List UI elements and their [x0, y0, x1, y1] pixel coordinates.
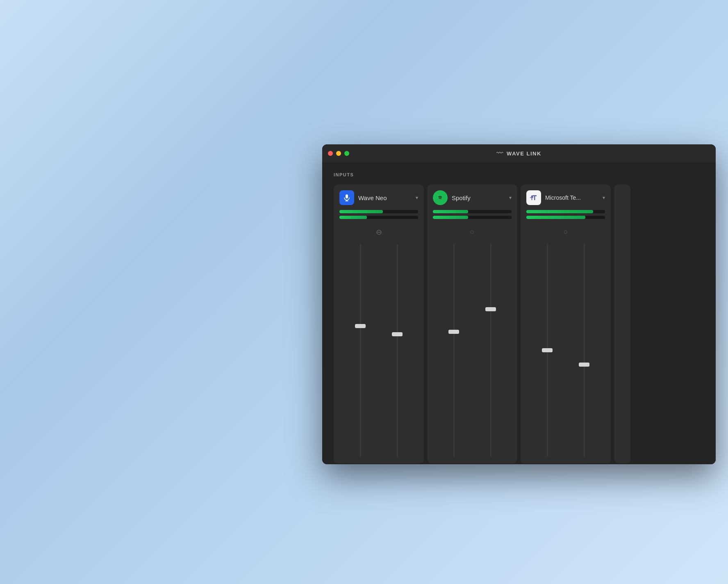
spotify-logo [436, 193, 445, 202]
close-button[interactable] [328, 151, 333, 156]
teams-fader-handle-1[interactable] [542, 348, 553, 352]
fader-handle-2[interactable] [392, 332, 403, 336]
spotify-name: Spotify [452, 194, 505, 201]
channel-card-wave-neo: Wave Neo ▾ ⊖ [334, 185, 424, 463]
spotify-faders [427, 240, 517, 463]
channels-container: Wave Neo ▾ ⊖ [334, 185, 704, 463]
teams-fader-handle-2[interactable] [579, 363, 589, 367]
level-fill-1 [339, 210, 383, 213]
svg-rect-0 [346, 194, 348, 198]
app-title: 〰 WAVE LINK [496, 150, 541, 157]
teams-name: Microsoft Te... [545, 194, 598, 201]
app-title-text: WAVE LINK [507, 151, 541, 157]
svg-point-5 [531, 196, 533, 198]
wave-neo-name: Wave Neo [358, 194, 412, 201]
channel-card-spotify: Spotify ▾ ○ [427, 185, 517, 463]
teams-icon [526, 190, 541, 205]
spotify-level-meter-1 [433, 210, 512, 213]
wave-neo-icon [339, 190, 354, 205]
app-content: INPUTS Wave Neo [322, 162, 716, 464]
spotify-fader-track-2[interactable] [490, 244, 491, 457]
fader-track-2[interactable] [397, 244, 398, 457]
spotify-link[interactable]: ○ [427, 224, 517, 240]
teams-fader-track-2[interactable] [584, 244, 585, 457]
spotify-level-fill-1 [433, 210, 468, 213]
partial-channel-card [614, 185, 630, 463]
spotify-level-meter-2 [433, 216, 512, 219]
spotify-chevron[interactable]: ▾ [509, 195, 512, 201]
teams-level-fill-1 [526, 210, 593, 213]
teams-meters [521, 210, 611, 224]
channel-header-teams: Microsoft Te... ▾ [521, 185, 611, 210]
traffic-lights [328, 151, 349, 156]
teams-level-meter-1 [526, 210, 605, 213]
wave-neo-meters [334, 210, 424, 224]
title-bar: 〰 WAVE LINK [322, 144, 716, 162]
wave-neo-link[interactable]: ⊖ [334, 224, 424, 240]
spotify-level-fill-2 [433, 216, 468, 219]
wave-icon: 〰 [496, 150, 503, 157]
inputs-section-label: INPUTS [334, 172, 704, 177]
minimize-button[interactable] [336, 151, 341, 156]
level-meter-2 [339, 216, 418, 219]
channel-header-wave-neo: Wave Neo ▾ [334, 185, 424, 210]
teams-link[interactable]: ○ [521, 224, 611, 240]
teams-faders [521, 240, 611, 463]
channel-name-row: Wave Neo ▾ [339, 190, 418, 205]
app-window: 〰 WAVE LINK INPUTS [322, 144, 716, 464]
teams-chevron[interactable]: ▾ [603, 195, 605, 201]
channel-header-spotify: Spotify ▾ [427, 185, 517, 210]
maximize-button[interactable] [344, 151, 349, 156]
channel-name-row-teams: Microsoft Te... ▾ [526, 190, 605, 205]
spotify-fader-handle-1[interactable] [448, 330, 459, 334]
level-fill-2 [339, 216, 367, 219]
spotify-meters [427, 210, 517, 224]
spotify-fader-track-1[interactable] [453, 244, 455, 457]
teams-level-fill-2 [526, 216, 585, 219]
teams-fader-track-1[interactable] [547, 244, 548, 457]
fader-track-1[interactable] [360, 244, 361, 457]
channel-name-row-spotify: Spotify ▾ [433, 190, 512, 205]
spotify-icon [433, 190, 448, 205]
wave-neo-faders [334, 240, 424, 463]
spotify-fader-handle-2[interactable] [485, 307, 496, 311]
teams-level-meter-2 [526, 216, 605, 219]
channel-card-teams: Microsoft Te... ▾ ○ [521, 185, 611, 463]
wave-neo-chevron[interactable]: ▾ [416, 195, 418, 201]
fader-handle-1[interactable] [355, 324, 366, 328]
microphone-icon [343, 194, 351, 202]
level-meter-1 [339, 210, 418, 213]
teams-logo [529, 193, 539, 202]
